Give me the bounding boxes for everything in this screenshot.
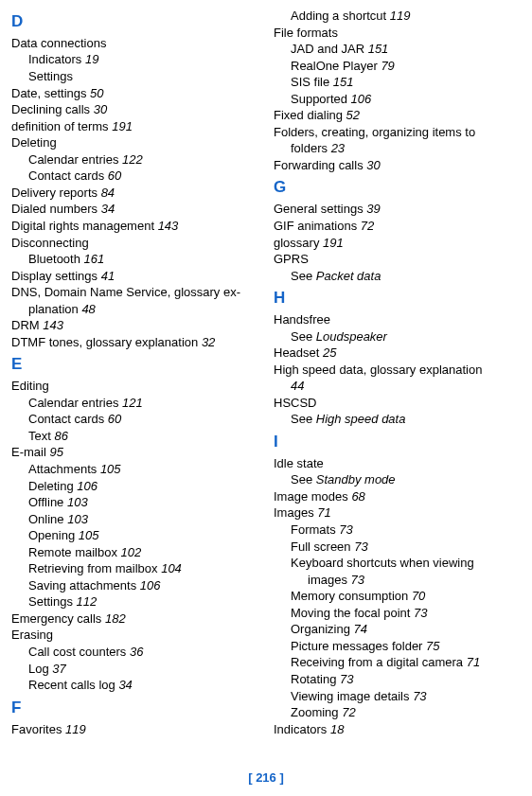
page-ref: 32 [202, 335, 215, 349]
index-entry: General settings 39 [274, 201, 515, 218]
index-entry: Display settings 41 [11, 268, 253, 285]
index-entry: Forwarding calls 30 [274, 157, 515, 174]
page-ref: 105 [79, 528, 99, 542]
index-subentry: Settings 112 [11, 593, 253, 610]
page-ref: 143 [158, 219, 179, 233]
page-ref: 73 [414, 606, 427, 620]
index-entry: Images 71 [274, 504, 515, 522]
index-entry: Data connections [11, 35, 253, 52]
index-entry: E-mail 95 [11, 444, 253, 461]
index-entry: Digital rights management 143 [11, 218, 253, 235]
index-entry: glossary 191 [274, 235, 515, 252]
page-ref: 122 [122, 152, 143, 167]
page-ref: 37 [52, 662, 65, 676]
page-ref: 36 [130, 645, 143, 659]
page-ref: 75 [426, 639, 439, 653]
page-ref: 161 [84, 252, 105, 266]
index-entry: Handsfree [274, 311, 515, 328]
page-ref: 68 [351, 489, 364, 504]
index-entry: DTMF tones, glossary explanation 32 [11, 334, 253, 351]
index-crossref: See Standby mode [274, 471, 515, 488]
index-crossref: See High speed data [274, 411, 515, 428]
page-ref: 191 [323, 236, 344, 250]
index-entry: Headset 25 [274, 345, 515, 362]
index-entry: Declining calls 30 [11, 101, 253, 118]
page-ref: 25 [323, 345, 336, 360]
page-ref: 151 [333, 75, 354, 89]
index-columns: DData connections Indicators 19SettingsD… [11, 8, 515, 737]
index-subentry: Receiving from a digital camera 71 [274, 654, 515, 671]
page-ref: 182 [105, 611, 126, 626]
page-ref: 60 [108, 412, 121, 426]
page-ref: 84 [101, 186, 115, 200]
index-crossref: See Packet data [274, 268, 515, 285]
index-entry: Indicators 18 [274, 721, 515, 738]
index-subentry: Rotating 73 [274, 671, 515, 688]
index-entry: Disconnecting [11, 235, 253, 252]
index-subentry: Online 103 [11, 511, 253, 528]
page-ref: 34 [101, 202, 115, 216]
page-ref: 105 [100, 462, 121, 476]
index-subentry: Organizing 74 [274, 621, 515, 638]
page-ref: 30 [366, 158, 380, 172]
page-ref: 151 [368, 42, 389, 56]
index-entry: DNS, Domain Name Service, glossary ex-pl… [11, 284, 253, 317]
page-ref: 79 [381, 59, 394, 73]
index-entry: High speed data, glossary explanation44 [274, 362, 515, 395]
index-subentry: Opening 105 [11, 527, 253, 544]
page-ref: 119 [65, 722, 86, 736]
index-entry: GPRS [274, 251, 515, 268]
column-left: DData connections Indicators 19SettingsD… [11, 8, 253, 737]
index-subentry: JAD and JAR 151 [274, 41, 515, 58]
index-entry: Date, settings 50 [11, 85, 253, 102]
index-subentry: Saving attachments 106 [11, 577, 253, 594]
page-ref: 104 [161, 561, 182, 575]
page-ref: 71 [317, 505, 330, 520]
index-subentry: Recent calls log 34 [11, 677, 253, 694]
index-entry: Editing [11, 378, 253, 395]
page-ref: 119 [390, 9, 411, 23]
page-ref: 103 [67, 495, 88, 509]
page-ref: 73 [340, 672, 353, 686]
index-subentry: Call cost counters 36 [11, 644, 253, 661]
index-subentry: Supported 106 [274, 91, 515, 108]
index-subentry: Text 86 [11, 428, 253, 445]
index-subentry: Calendar entries 121 [11, 395, 253, 412]
index-subentry: Full screen 73 [274, 539, 515, 556]
index-subentry: Memory consumption 70 [274, 588, 515, 605]
page-ref: 18 [330, 722, 344, 736]
page-ref: 19 [85, 52, 98, 66]
page-ref: 121 [122, 396, 143, 410]
index-letter: G [274, 177, 515, 199]
index-subentry: Calendar entries 122 [11, 151, 253, 168]
page-ref: 34 [118, 678, 132, 692]
index-subentry: RealOne Player 79 [274, 58, 515, 75]
index-subentry: Settings [11, 68, 253, 85]
index-subentry: Contact cards 60 [11, 411, 253, 428]
xref-target: Standby mode [316, 472, 396, 486]
page-ref: 143 [43, 318, 63, 332]
index-subentry: SIS file 151 [274, 74, 515, 91]
page-ref: 60 [108, 168, 121, 183]
index-subentry: Log 37 [11, 661, 253, 678]
xref-target: Loudspeaker [316, 329, 387, 344]
index-entry: DRM 143 [11, 317, 253, 334]
index-entry: HSCSD [274, 395, 515, 412]
page-ref: 39 [366, 202, 380, 216]
index-subentry: Keyboard shortcuts when viewingimages 73 [274, 555, 515, 588]
index-letter: I [274, 432, 515, 453]
index-entry: File formats [274, 25, 515, 42]
index-entry: Fixed dialing 52 [274, 107, 515, 124]
index-entry: Image modes 68 [274, 488, 515, 505]
index-subentry: Contact cards 60 [11, 168, 253, 185]
xref-target: Packet data [316, 269, 381, 283]
index-subentry: Viewing image details 73 [274, 688, 515, 705]
page-ref: 106 [140, 578, 161, 593]
page-ref: 30 [94, 102, 107, 116]
index-entry: Idle state [274, 455, 515, 472]
index-subentry: Moving the focal point 73 [274, 605, 515, 622]
page-ref: 73 [354, 540, 367, 554]
page-ref: 70 [412, 589, 425, 603]
index-letter: E [11, 354, 253, 376]
page-ref: 74 [353, 622, 366, 636]
